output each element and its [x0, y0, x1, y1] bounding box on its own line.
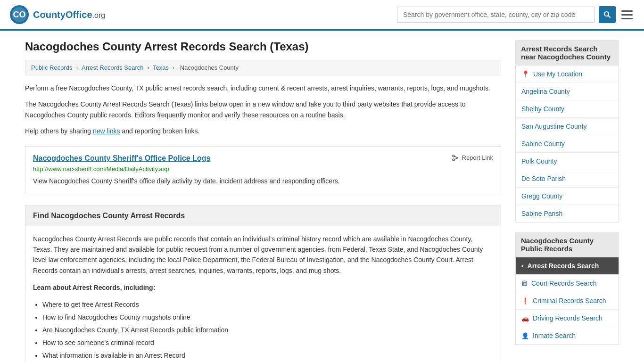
description-para3: Help others by sharing new links and rep… — [25, 126, 501, 136]
arrest-records-icon: ▪ — [521, 263, 524, 270]
sidebar-item-san-augustine-county[interactable]: San Augustine County — [516, 118, 619, 135]
sidebar-public-records-section: Nacogdoches County Public Records ▪ Arre… — [515, 232, 619, 345]
learn-list: Where to get free Arrest Records How to … — [42, 300, 493, 361]
link-card-header: Nacogdoches County Sheriff's Office Poli… — [33, 154, 493, 163]
svg-point-5 — [453, 155, 454, 157]
breadcrumb-public-records[interactable]: Public Records — [31, 64, 72, 71]
sidebar-item-polk-county[interactable]: Polk County — [516, 153, 619, 170]
sidebar-arrest-records-search[interactable]: ▪ Arrest Records Search — [516, 257, 619, 275]
breadcrumb-separator: › — [76, 64, 80, 71]
sidebar-public-records-body: ▪ Arrest Records Search 🏛 Court Records … — [515, 257, 619, 345]
court-records-icon: 🏛 — [521, 280, 528, 287]
find-section: Find Nacogdoches County Arrest Records N… — [25, 206, 501, 362]
sidebar-inmate-search[interactable]: 👤 Inmate Search — [516, 327, 619, 344]
svg-line-4 — [608, 16, 610, 17]
sidebar-use-my-location[interactable]: 📍 Use My Location — [516, 66, 619, 83]
main-content: Nacogdoches County Arrest Records Search… — [25, 40, 501, 362]
link-description: View Nacogdoches County Sheriff's office… — [33, 176, 493, 186]
description-para2: The Nacogdoches County Arrest Records Se… — [25, 99, 501, 120]
sidebar-public-records-header: Nacogdoches County Public Records — [515, 232, 619, 257]
sidebar-nearby-header: Arrest Records Search near Nacogdoches C… — [515, 40, 619, 66]
sidebar: Arrest Records Search near Nacogdoches C… — [515, 40, 619, 362]
sidebar-nearby-section: Arrest Records Search near Nacogdoches C… — [515, 40, 619, 222]
svg-text:CO: CO — [13, 10, 26, 19]
sidebar-item-sabine-county[interactable]: Sabine County — [516, 135, 619, 153]
link-card-title[interactable]: Nacogdoches County Sheriff's Office Poli… — [33, 154, 210, 163]
description-para1: Perform a free Nacogdoches County, TX pu… — [25, 83, 501, 93]
search-area — [397, 6, 635, 23]
logo-icon: CO — [9, 5, 29, 25]
new-links-link[interactable]: new links — [93, 127, 120, 135]
search-button[interactable] — [599, 6, 616, 23]
search-input[interactable] — [397, 7, 595, 23]
header: CO CountyOffice.org — [0, 0, 644, 31]
link-url[interactable]: http://www.nac-sheriff.com/Media/DailyAc… — [33, 165, 493, 173]
report-link-button[interactable]: Report Link — [452, 154, 493, 162]
criminal-records-icon: ❗ — [521, 297, 529, 304]
menu-line — [621, 14, 633, 16]
breadcrumb-separator: › — [147, 64, 151, 71]
find-section-body: Nacogdoches County Arrest Records are pu… — [25, 226, 501, 362]
breadcrumb-separator: › — [173, 64, 176, 71]
sidebar-driving-records-search[interactable]: 🚗 Driving Records Search — [516, 310, 619, 327]
breadcrumb-current: Nacogdoches County — [180, 64, 239, 71]
page-title: Nacogdoches County Arrest Records Search… — [25, 40, 501, 53]
find-section-para: Nacogdoches County Arrest Records are pu… — [33, 234, 493, 276]
sidebar-item-shelby-county[interactable]: Shelby County — [516, 100, 619, 118]
logo-text: CountyOffice.org — [33, 9, 105, 20]
sidebar-criminal-records-search[interactable]: ❗ Criminal Records Search — [516, 292, 619, 310]
sidebar-item-de-soto-parish[interactable]: De Soto Parish — [516, 170, 619, 188]
sidebar-court-records-search[interactable]: 🏛 Court Records Search — [516, 275, 619, 292]
svg-point-6 — [453, 159, 454, 161]
breadcrumb: Public Records › Arrest Records Search ›… — [25, 60, 501, 75]
menu-line — [621, 18, 633, 19]
svg-line-8 — [454, 158, 458, 159]
list-item: Where to get free Arrest Records — [42, 300, 493, 310]
logo-area: CO CountyOffice.org — [9, 5, 105, 25]
hamburger-menu-button[interactable] — [619, 8, 635, 21]
list-item: Are Nacogdoches County, TX Arrest Record… — [42, 325, 493, 335]
driving-records-icon: 🚗 — [521, 315, 529, 322]
location-pin-icon: 📍 — [521, 70, 529, 78]
svg-line-7 — [454, 156, 458, 158]
inmate-search-icon: 👤 — [521, 332, 529, 339]
content-wrapper: Nacogdoches County Arrest Records Search… — [16, 31, 628, 362]
find-section-header: Find Nacogdoches County Arrest Records — [25, 206, 501, 226]
list-item: How to see someone's criminal record — [42, 338, 493, 348]
learn-about-title: Learn about Arrest Records, including: — [33, 282, 493, 293]
link-card: Nacogdoches County Sheriff's Office Poli… — [25, 146, 501, 194]
list-item: How to find Nacogdoches County mugshots … — [42, 313, 493, 322]
report-link-label: Report Link — [462, 154, 493, 161]
sidebar-item-angelina-county[interactable]: Angelina County — [516, 83, 619, 100]
list-item: What information is available in an Arre… — [42, 351, 493, 361]
sidebar-nearby-body: 📍 Use My Location Angelina County Shelby… — [515, 66, 619, 222]
sidebar-item-gregg-county[interactable]: Gregg County — [516, 188, 619, 205]
scissors-icon — [452, 154, 459, 162]
breadcrumb-arrest-records[interactable]: Arrest Records Search — [82, 64, 144, 71]
breadcrumb-texas[interactable]: Texas — [153, 64, 169, 71]
sidebar-item-sabine-parish[interactable]: Sabine Parish — [516, 205, 619, 222]
search-icon — [603, 11, 611, 18]
menu-line — [621, 10, 633, 12]
